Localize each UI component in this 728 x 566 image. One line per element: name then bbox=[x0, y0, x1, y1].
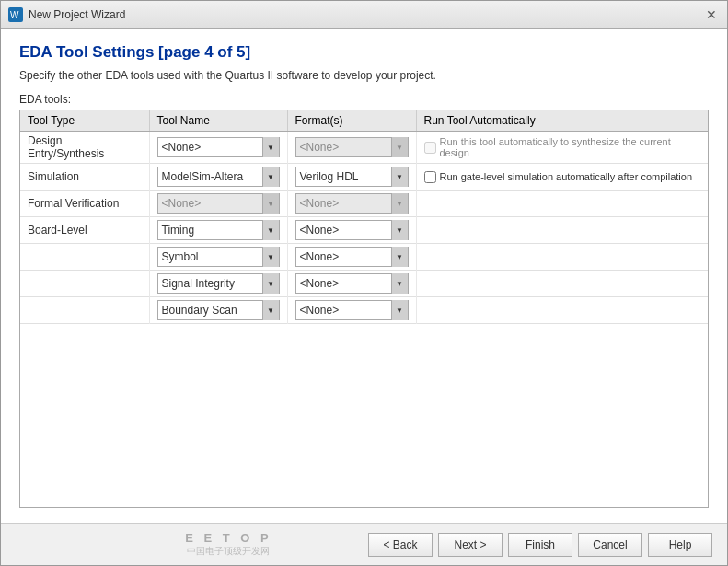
formats-arrow-5: ▼ bbox=[391, 273, 408, 294]
tool-type-empty-6 bbox=[20, 297, 149, 324]
run-tool-checkbox-1[interactable] bbox=[424, 171, 436, 183]
table-row: Design Entry/Synthesis <None> ▼ <None> ▼ bbox=[20, 132, 708, 164]
run-tool-cell-0: Run this tool automatically to synthesiz… bbox=[416, 132, 708, 164]
eda-tools-table: Tool Type Tool Name Format(s) Run Tool A… bbox=[20, 110, 708, 324]
formats-dropdown-4[interactable]: <None> ▼ bbox=[295, 247, 409, 267]
dropdown-arrow-4: ▼ bbox=[262, 247, 279, 267]
dropdown-arrow-6: ▼ bbox=[262, 300, 279, 320]
tool-name-cell-4: Symbol ▼ bbox=[149, 244, 287, 271]
cancel-button[interactable]: Cancel bbox=[578, 533, 642, 557]
formats-cell-5: <None> ▼ bbox=[287, 271, 416, 297]
finish-button[interactable]: Finish bbox=[508, 533, 572, 557]
tool-name-dropdown-5[interactable]: Signal Integrity ▼ bbox=[157, 273, 280, 294]
run-tool-label-0: Run this tool automatically to synthesiz… bbox=[440, 136, 701, 158]
run-tool-cell-5 bbox=[416, 271, 708, 297]
formats-value-0: <None> bbox=[296, 141, 391, 154]
tool-name-value-1: ModelSim-Altera bbox=[158, 170, 262, 183]
table-row: Symbol ▼ <None> ▼ bbox=[20, 244, 708, 271]
tool-type-board-level: Board-Level bbox=[20, 217, 149, 244]
content-area: EDA Tool Settings [page 4 of 5] Specify … bbox=[1, 29, 727, 523]
tool-type-design-entry: Design Entry/Synthesis bbox=[20, 132, 149, 164]
tool-type-simulation: Simulation bbox=[20, 164, 149, 191]
tool-name-value-2: <None> bbox=[158, 197, 262, 210]
close-button[interactable]: ✕ bbox=[703, 6, 720, 23]
dropdown-arrow-3: ▼ bbox=[262, 220, 279, 240]
run-tool-cell-2 bbox=[416, 191, 708, 217]
tool-name-cell-1: ModelSim-Altera ▼ bbox=[149, 164, 287, 191]
table-row: Board-Level Timing ▼ <None> ▼ bbox=[20, 217, 708, 244]
header-formats: Format(s) bbox=[287, 110, 416, 132]
table-row: Simulation ModelSim-Altera ▼ Verilog HDL… bbox=[20, 164, 708, 191]
tool-name-cell-6: Boundary Scan ▼ bbox=[149, 297, 287, 324]
wizard-icon: W bbox=[8, 7, 23, 22]
footer-center: E E T O P 中国电子顶级开发网 bbox=[89, 531, 368, 558]
back-button[interactable]: < Back bbox=[368, 533, 433, 557]
header-tool-type: Tool Type bbox=[20, 110, 149, 132]
tool-name-cell-0: <None> ▼ bbox=[149, 132, 287, 164]
formats-cell-3: <None> ▼ bbox=[287, 217, 416, 244]
tool-name-cell-5: Signal Integrity ▼ bbox=[149, 271, 287, 297]
dropdown-arrow-0: ▼ bbox=[262, 137, 279, 157]
footer: E E T O P 中国电子顶级开发网 < Back Next > Finish… bbox=[1, 523, 727, 565]
watermark-sub: 中国电子顶级开发网 bbox=[185, 545, 272, 558]
help-button[interactable]: Help bbox=[648, 533, 712, 557]
page-title: EDA Tool Settings [page 4 of 5] bbox=[19, 43, 709, 62]
formats-dropdown-6[interactable]: <None> ▼ bbox=[295, 300, 409, 320]
dropdown-arrow-5: ▼ bbox=[262, 273, 279, 294]
formats-arrow-1: ▼ bbox=[391, 167, 408, 187]
formats-dropdown-5[interactable]: <None> ▼ bbox=[295, 273, 409, 294]
run-tool-checkbox-0[interactable] bbox=[424, 142, 436, 154]
watermark-area: E E T O P 中国电子顶级开发网 bbox=[185, 531, 272, 558]
formats-cell-1: Verilog HDL ▼ bbox=[287, 164, 416, 191]
tool-name-value-6: Boundary Scan bbox=[158, 304, 262, 317]
formats-value-2: <None> bbox=[296, 197, 391, 210]
tool-name-value-0: <None> bbox=[158, 141, 262, 154]
svg-text:W: W bbox=[10, 10, 19, 20]
next-button[interactable]: Next > bbox=[438, 533, 503, 557]
tool-name-dropdown-0[interactable]: <None> ▼ bbox=[157, 137, 280, 157]
header-tool-name: Tool Name bbox=[149, 110, 287, 132]
formats-cell-4: <None> ▼ bbox=[287, 244, 416, 271]
formats-arrow-3: ▼ bbox=[391, 220, 408, 240]
table-header-row: Tool Type Tool Name Format(s) Run Tool A… bbox=[20, 110, 708, 132]
formats-dropdown-2[interactable]: <None> ▼ bbox=[295, 193, 409, 214]
main-window: W New Project Wizard ✕ EDA Tool Settings… bbox=[0, 0, 728, 566]
title-bar-text: New Project Wizard bbox=[29, 8, 125, 21]
footer-buttons: < Back Next > Finish Cancel Help bbox=[368, 533, 712, 557]
header-run-tool: Run Tool Automatically bbox=[416, 110, 708, 132]
tool-name-value-3: Timing bbox=[158, 224, 262, 237]
run-tool-cell-6 bbox=[416, 297, 708, 324]
run-tool-cell-3 bbox=[416, 217, 708, 244]
tool-name-dropdown-3[interactable]: Timing ▼ bbox=[157, 220, 280, 240]
section-label: EDA tools: bbox=[19, 93, 709, 106]
formats-cell-2: <None> ▼ bbox=[287, 191, 416, 217]
formats-arrow-4: ▼ bbox=[391, 247, 408, 267]
table-row: Formal Verification <None> ▼ <None> ▼ bbox=[20, 191, 708, 217]
formats-dropdown-1[interactable]: Verilog HDL ▼ bbox=[295, 167, 409, 187]
title-bar: W New Project Wizard ✕ bbox=[1, 1, 727, 29]
tool-name-value-4: Symbol bbox=[158, 250, 262, 263]
formats-cell-6: <None> ▼ bbox=[287, 297, 416, 324]
run-tool-row-0: Run this tool automatically to synthesiz… bbox=[424, 136, 701, 158]
formats-cell-0: <None> ▼ bbox=[287, 132, 416, 164]
tool-name-dropdown-4[interactable]: Symbol ▼ bbox=[157, 247, 280, 267]
page-description: Specify the other EDA tools used with th… bbox=[19, 69, 709, 82]
formats-dropdown-3[interactable]: <None> ▼ bbox=[295, 220, 409, 240]
tool-name-dropdown-6[interactable]: Boundary Scan ▼ bbox=[157, 300, 280, 320]
table-row: Signal Integrity ▼ <None> ▼ bbox=[20, 271, 708, 297]
dropdown-arrow-2: ▼ bbox=[262, 193, 279, 214]
tool-type-empty-4 bbox=[20, 244, 149, 271]
formats-value-4: <None> bbox=[296, 250, 391, 263]
formats-arrow-2: ▼ bbox=[391, 193, 408, 214]
run-tool-row-1: Run gate-level simulation automatically … bbox=[424, 171, 701, 183]
dropdown-arrow-1: ▼ bbox=[262, 167, 279, 187]
tool-type-formal: Formal Verification bbox=[20, 191, 149, 217]
tool-name-value-5: Signal Integrity bbox=[158, 277, 262, 290]
formats-dropdown-0[interactable]: <None> ▼ bbox=[295, 137, 409, 157]
tool-name-dropdown-2[interactable]: <None> ▼ bbox=[157, 193, 280, 214]
tool-name-dropdown-1[interactable]: ModelSim-Altera ▼ bbox=[157, 167, 280, 187]
title-bar-left: W New Project Wizard bbox=[8, 7, 125, 22]
eda-tools-table-container: Tool Type Tool Name Format(s) Run Tool A… bbox=[19, 110, 709, 508]
run-tool-cell-1: Run gate-level simulation automatically … bbox=[416, 164, 708, 191]
table-row: Boundary Scan ▼ <None> ▼ bbox=[20, 297, 708, 324]
